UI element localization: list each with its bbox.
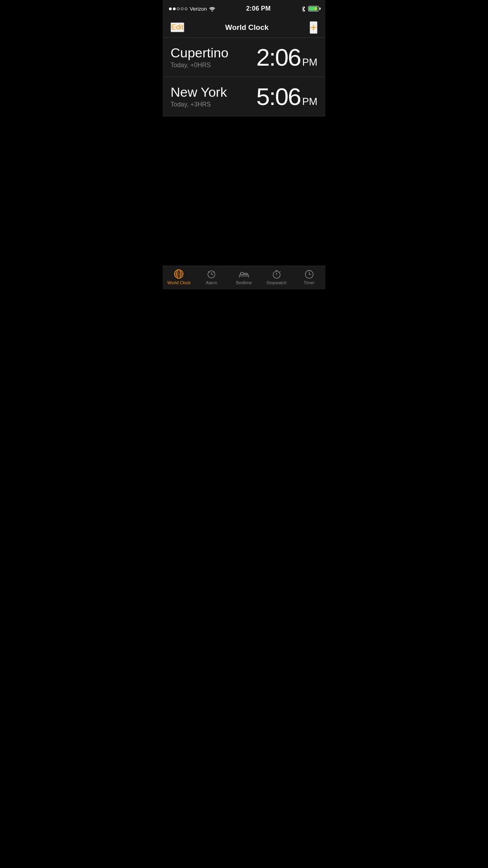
- edit-button[interactable]: Edit: [171, 22, 184, 32]
- svg-rect-12: [240, 272, 244, 274]
- add-button[interactable]: +: [310, 21, 317, 34]
- time-value-cupertino: 2:06: [256, 45, 301, 70]
- charging-bolt: ⚡: [314, 7, 318, 11]
- offset-newyork: Today, +3HRS: [171, 101, 227, 108]
- status-bar: Verizon 2:06 PM ⚡: [163, 0, 325, 17]
- signal-dot-4: [181, 7, 183, 10]
- nav-title: World Clock: [225, 23, 269, 32]
- signal-dot-3: [177, 7, 180, 10]
- stopwatch-label: Stopwatch: [266, 280, 286, 285]
- tab-timer[interactable]: Timer: [293, 269, 325, 285]
- status-right: ⚡: [301, 5, 319, 12]
- bedtime-label: Bedtime: [236, 280, 252, 285]
- world-clock-label: World Clock: [167, 280, 191, 285]
- city-newyork: New York: [171, 85, 227, 99]
- bluetooth-icon: [301, 5, 306, 12]
- svg-rect-13: [244, 273, 248, 274]
- alarm-icon: [206, 269, 216, 279]
- city-cupertino: Cupertino: [171, 46, 228, 60]
- tab-stopwatch[interactable]: Stopwatch: [260, 269, 293, 285]
- time-newyork: 5:06 PM: [256, 85, 317, 109]
- signal-strength: [169, 7, 187, 10]
- carrier-label: Verizon: [190, 6, 207, 12]
- tab-alarm[interactable]: Alarm: [195, 269, 228, 285]
- empty-content: [163, 116, 325, 289]
- alarm-label: Alarm: [206, 280, 217, 285]
- time-value-newyork: 5:06: [256, 85, 301, 109]
- tab-bar: World Clock Alarm Bedtime: [163, 266, 325, 289]
- wifi-icon: [209, 6, 215, 12]
- timer-icon: [304, 269, 314, 279]
- offset-cupertino: Today, +0HRS: [171, 62, 228, 69]
- battery-indicator: ⚡: [308, 6, 319, 11]
- battery-icon: ⚡: [308, 6, 319, 11]
- clock-list: Cupertino Today, +0HRS 2:06 PM New York …: [163, 38, 325, 116]
- svg-line-20: [280, 272, 281, 272]
- time-cupertino: 2:06 PM: [256, 45, 317, 70]
- tab-world-clock[interactable]: World Clock: [163, 269, 195, 285]
- status-time: 2:06 PM: [246, 5, 271, 12]
- status-left: Verizon: [169, 6, 215, 12]
- clock-item-newyork: New York Today, +3HRS 5:06 PM: [163, 77, 325, 116]
- svg-point-0: [212, 11, 213, 12]
- signal-dot-1: [169, 7, 172, 10]
- svg-line-14: [239, 276, 240, 278]
- bedtime-icon: [239, 269, 249, 279]
- clock-item-cupertino: Cupertino Today, +0HRS 2:06 PM: [163, 38, 325, 77]
- ampm-newyork: PM: [302, 96, 317, 108]
- ampm-cupertino: PM: [302, 56, 317, 68]
- timer-label: Timer: [304, 280, 315, 285]
- tab-bedtime[interactable]: Bedtime: [228, 269, 261, 285]
- signal-dot-2: [173, 7, 176, 10]
- navigation-bar: Edit World Clock +: [163, 17, 325, 38]
- world-clock-icon: [174, 269, 184, 279]
- clock-info-cupertino: Cupertino Today, +0HRS: [171, 46, 228, 69]
- stopwatch-icon: [272, 269, 282, 279]
- svg-line-15: [248, 276, 249, 278]
- clock-info-newyork: New York Today, +3HRS: [171, 85, 227, 108]
- signal-dot-5: [185, 7, 187, 10]
